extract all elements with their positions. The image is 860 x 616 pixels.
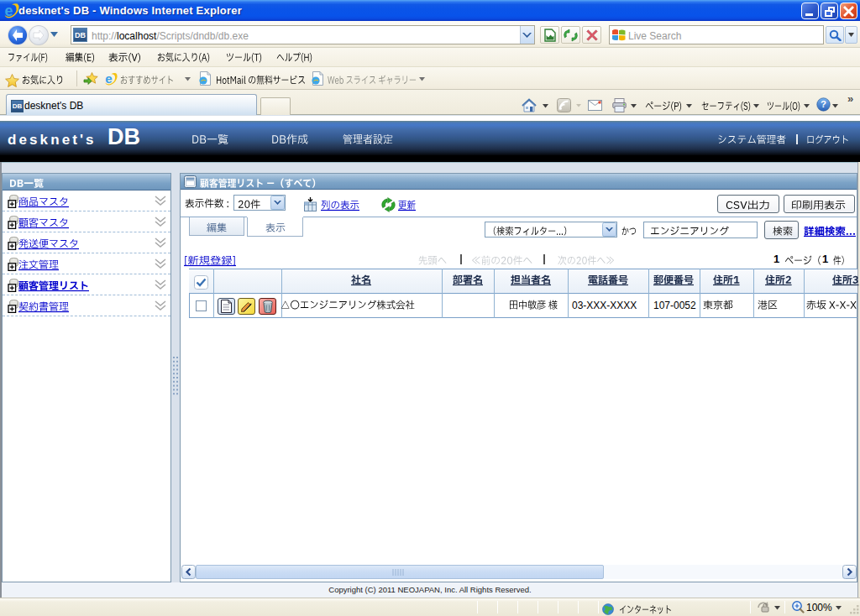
svg-text:?: ? bbox=[821, 99, 826, 109]
